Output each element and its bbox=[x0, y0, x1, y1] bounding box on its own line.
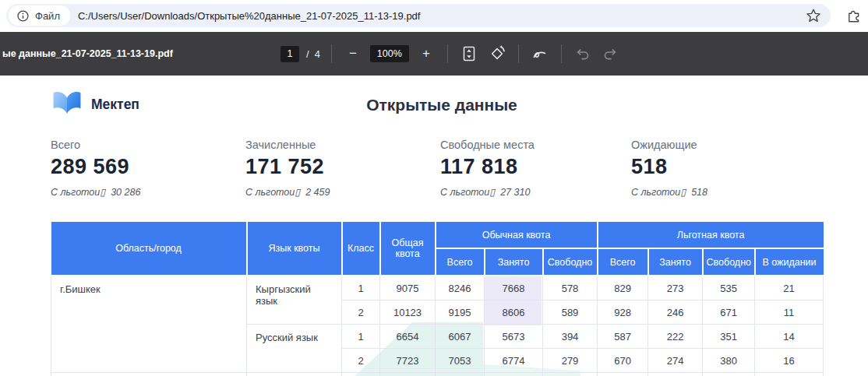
table-row: г.Ош Кыргызский язык 1 2694 2496 1943 12… bbox=[51, 373, 824, 376]
table-cell: 279 bbox=[543, 349, 598, 373]
total-pages: 4 bbox=[315, 48, 320, 60]
rotate-icon[interactable] bbox=[487, 42, 507, 65]
table-cell: 1 bbox=[342, 325, 380, 349]
table-cell: 21 bbox=[755, 276, 824, 300]
col-header-priv-total: Всего bbox=[598, 248, 648, 276]
table-cell: 578 bbox=[543, 276, 598, 300]
table-cell: 587 bbox=[598, 325, 648, 349]
table-cell: 9075 bbox=[380, 276, 436, 300]
region-cell: г.Бишкек bbox=[51, 276, 247, 373]
stat-free-places: Свободные места 117 818 С льготои▯27 310 bbox=[440, 139, 619, 198]
table-cell: 7668 bbox=[485, 276, 543, 300]
browser-top-bar: Файл C:/Users/User/Downloads/Открытые%20… bbox=[0, 0, 868, 32]
table-cell: 953 bbox=[598, 373, 648, 376]
toolbar-divider bbox=[518, 44, 519, 63]
stat-sub: С льготои▯2 459 bbox=[245, 186, 425, 198]
zoom-level[interactable]: 100% bbox=[370, 45, 409, 62]
table-cell: 4 bbox=[755, 373, 824, 376]
table-cell: 535 bbox=[703, 276, 755, 300]
col-header-regular-taken: Занято bbox=[485, 248, 543, 276]
redo-icon bbox=[601, 42, 621, 65]
extensions-icon[interactable] bbox=[845, 7, 862, 23]
bookmark-star-icon[interactable] bbox=[806, 8, 821, 23]
table-cell: 6654 bbox=[380, 325, 436, 349]
table-cell: 7723 bbox=[380, 349, 436, 373]
info-icon[interactable] bbox=[16, 9, 30, 23]
table-cell: 2496 bbox=[436, 373, 485, 376]
toolbar-divider bbox=[447, 44, 448, 63]
stat-label: Всего bbox=[51, 139, 230, 151]
table-cell: 14 bbox=[755, 325, 824, 349]
table-cell: 351 bbox=[703, 325, 755, 349]
table-cell: 10123 bbox=[380, 300, 436, 325]
stat-label: Зачисленные bbox=[245, 139, 425, 151]
table-cell: 8606 bbox=[485, 300, 543, 325]
table-cell: 1 bbox=[342, 276, 380, 300]
data-table: Область/город Язык квоты Класс Общая кво… bbox=[51, 222, 824, 376]
stat-sub: С льготои▯518 bbox=[631, 186, 810, 198]
region-cell: г.Ош bbox=[51, 373, 247, 376]
table-cell: 589 bbox=[543, 300, 598, 325]
language-cell: Кыргызский язык bbox=[247, 276, 342, 325]
toolbar-divider bbox=[331, 44, 332, 63]
table-cell: 670 bbox=[598, 349, 648, 373]
zoom-in-button[interactable]: + bbox=[416, 42, 436, 65]
file-scheme-chip[interactable]: Файл bbox=[9, 5, 70, 26]
url-text[interactable]: C:/Users/User/Downloads/Открытые%20данны… bbox=[78, 10, 421, 22]
stat-value: 289 569 bbox=[51, 155, 230, 179]
pdf-toolbar: ые данные_21-07-2025_11-13-19.pdf 1 / 4 … bbox=[0, 32, 868, 76]
stat-total: Всего 289 569 С льготои▯30 286 bbox=[51, 139, 230, 198]
table-cell: 2 bbox=[342, 300, 380, 325]
table-cell: 9195 bbox=[436, 300, 485, 325]
table-cell: 671 bbox=[703, 300, 755, 325]
col-header-priv-taken: Занято bbox=[648, 248, 703, 276]
stat-waiting: Ожидающие 518 С льготои▯518 bbox=[631, 139, 810, 198]
stat-value: 117 818 bbox=[440, 155, 619, 179]
table-cell: 94 bbox=[648, 373, 703, 376]
col-header-language: Язык квоты bbox=[247, 222, 342, 276]
stat-sub: С льготои▯27 310 bbox=[440, 186, 619, 198]
table-cell: 274 bbox=[648, 349, 703, 373]
file-chip-label: Файл bbox=[35, 10, 60, 22]
pdf-toolbar-controls: 1 / 4 − 100% + bbox=[281, 32, 621, 76]
col-header-region: Область/город bbox=[51, 222, 247, 276]
stat-value: 518 bbox=[631, 155, 810, 179]
table-cell: 380 bbox=[703, 349, 755, 373]
table-cell: 273 bbox=[648, 276, 703, 300]
table-cell: 246 bbox=[648, 300, 703, 325]
table-cell: 394 bbox=[543, 325, 598, 349]
table-cell: 928 bbox=[598, 300, 648, 325]
table-cell: 8246 bbox=[436, 276, 485, 300]
pdf-filename: ые данные_21-07-2025_11-13-19.pdf bbox=[2, 48, 173, 59]
draw-ink-icon[interactable] bbox=[530, 42, 550, 65]
col-header-priv-free: Свободно bbox=[703, 248, 755, 276]
stat-label: Свободные места bbox=[440, 139, 619, 151]
table-cell: 829 bbox=[598, 276, 648, 300]
table-cell: 5673 bbox=[485, 325, 543, 349]
table-cell: 11 bbox=[755, 300, 824, 325]
table-cell: 6067 bbox=[436, 325, 485, 349]
fit-to-page-icon[interactable] bbox=[459, 42, 479, 65]
col-header-grade: Класс bbox=[342, 222, 380, 276]
table-cell: 1283 bbox=[543, 373, 598, 376]
current-page-input[interactable]: 1 bbox=[281, 46, 299, 62]
col-header-priv-waiting: В ожидании bbox=[755, 248, 824, 276]
pdf-page: Мектеп Открытые данные Всего 289 569 С л… bbox=[0, 76, 868, 376]
col-header-regular-free: Свободно bbox=[543, 248, 598, 276]
table-cell: 7053 bbox=[436, 349, 485, 373]
table-cell: 222 bbox=[648, 325, 703, 349]
col-header-total-quota: Общая квота bbox=[380, 222, 436, 276]
toolbar-divider bbox=[561, 44, 562, 63]
stat-value: 171 752 bbox=[245, 155, 425, 179]
stat-sub: С льготои▯30 286 bbox=[51, 186, 230, 198]
page-title: Открытые данные bbox=[8, 96, 868, 114]
table-row: г.Бишкек Кыргызский язык 1 9075 8246 766… bbox=[51, 276, 824, 300]
language-cell: Кыргызский язык bbox=[247, 373, 342, 376]
group-header-regular-quota: Обычная квота bbox=[436, 222, 598, 248]
col-header-regular-total: Всего bbox=[436, 248, 485, 276]
address-bar[interactable]: Файл C:/Users/User/Downloads/Открытые%20… bbox=[6, 4, 831, 27]
table-cell: 1943 bbox=[485, 373, 543, 376]
zoom-out-button[interactable]: − bbox=[343, 42, 363, 65]
page-divider: / bbox=[306, 48, 309, 60]
table-cell: 16 bbox=[755, 349, 824, 373]
